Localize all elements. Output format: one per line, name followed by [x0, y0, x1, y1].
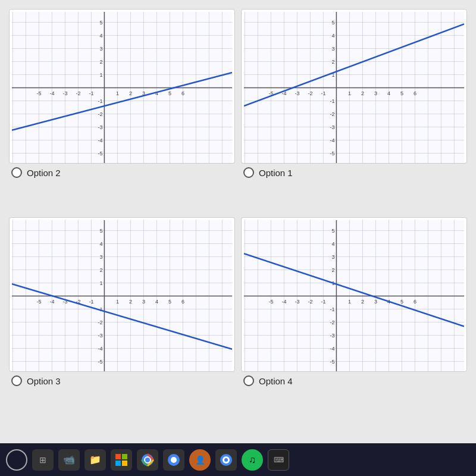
taskbar-circle[interactable]	[6, 449, 27, 471]
svg-rect-2	[115, 461, 121, 466]
taskbar-folder[interactable]: 📁	[84, 449, 106, 471]
svg-point-6	[145, 458, 150, 462]
option3-label[interactable]: Option 3	[9, 375, 235, 386]
option2-label[interactable]: Option 2	[9, 167, 235, 178]
option1-graph	[241, 9, 467, 164]
taskbar: ⊞ 📹 📁 👤 ♫ ⌨	[0, 443, 476, 476]
option1-text: Option 1	[259, 168, 293, 178]
option4-block: Option 4	[241, 217, 467, 419]
option3-graph	[9, 217, 235, 372]
taskbar-chrome2[interactable]	[163, 449, 184, 471]
option3-block: Option 3	[9, 217, 235, 419]
svg-rect-0	[115, 454, 121, 459]
main-content: Option 2 Option 1 Option 3 Option 4	[0, 0, 476, 428]
svg-point-8	[171, 457, 177, 463]
taskbar-spotify[interactable]: ♫	[242, 449, 263, 471]
taskbar-google[interactable]	[215, 449, 237, 471]
option4-radio[interactable]	[243, 375, 254, 386]
option3-text: Option 3	[27, 376, 61, 386]
option2-graph	[9, 9, 235, 164]
option4-text: Option 4	[259, 376, 293, 386]
option2-text: Option 2	[27, 168, 61, 178]
taskbar-camera[interactable]: 📹	[58, 449, 80, 471]
taskbar-microsoft[interactable]	[111, 449, 132, 471]
option2-radio[interactable]	[11, 167, 22, 178]
taskbar-chrome[interactable]	[137, 449, 158, 471]
taskbar-keyboard[interactable]: ⌨	[268, 449, 289, 471]
option4-label[interactable]: Option 4	[241, 375, 467, 386]
svg-rect-1	[122, 454, 127, 459]
taskbar-windows[interactable]: ⊞	[32, 449, 54, 471]
option1-radio[interactable]	[243, 167, 254, 178]
option1-label[interactable]: Option 1	[241, 167, 467, 178]
option4-graph	[241, 217, 467, 372]
svg-point-11	[224, 458, 228, 462]
option3-radio[interactable]	[11, 375, 22, 386]
svg-rect-3	[122, 461, 127, 466]
option1-block: Option 1	[241, 9, 467, 211]
taskbar-user[interactable]: 👤	[189, 449, 211, 471]
option2-block: Option 2	[9, 9, 235, 211]
